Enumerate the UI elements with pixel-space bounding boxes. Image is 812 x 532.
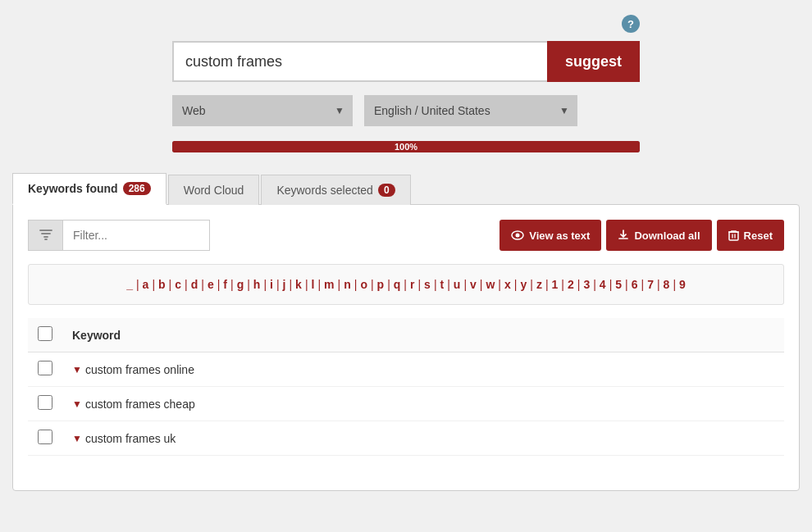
download-all-button[interactable]: Download all bbox=[606, 220, 711, 251]
web-dropdown[interactable]: Web bbox=[172, 95, 353, 126]
row-checkbox-cell bbox=[28, 387, 62, 421]
tab-selected-badge: 0 bbox=[378, 184, 395, 197]
search-row: suggest bbox=[172, 41, 640, 82]
alpha-d[interactable]: d bbox=[189, 276, 201, 293]
tab-wordcloud-label: Word Cloud bbox=[184, 184, 244, 197]
alpha-1[interactable]: 1 bbox=[550, 276, 561, 293]
progress-label: 100% bbox=[395, 142, 417, 152]
alpha-s[interactable]: s bbox=[422, 276, 433, 293]
filter-icon-button[interactable] bbox=[28, 220, 62, 251]
expand-arrow-2[interactable]: ▼ bbox=[72, 398, 82, 410]
row-keyword-cell-3: ▼ custom frames uk bbox=[62, 421, 784, 456]
tab-keywords-badge: 286 bbox=[123, 182, 151, 195]
reset-label: Reset bbox=[744, 230, 773, 242]
alpha-w[interactable]: w bbox=[483, 276, 497, 293]
alpha-h[interactable]: h bbox=[251, 276, 263, 293]
tab-selected-label: Keywords selected bbox=[276, 184, 373, 197]
keyword-text-1: custom frames online bbox=[85, 363, 194, 376]
suggest-button[interactable]: suggest bbox=[547, 41, 640, 82]
lang-dropdown-wrapper: English / United States English / United… bbox=[364, 95, 577, 126]
help-icon[interactable]: ? bbox=[622, 15, 640, 33]
alpha-a[interactable]: a bbox=[140, 276, 152, 293]
keywords-table: Keyword ▼ custom frames online bbox=[28, 318, 784, 456]
alpha-q[interactable]: q bbox=[391, 276, 404, 293]
alpha-underscore[interactable]: _ bbox=[124, 276, 135, 293]
alpha-5[interactable]: 5 bbox=[613, 276, 624, 293]
alpha-x[interactable]: x bbox=[502, 276, 513, 293]
keyword-text-3: custom frames uk bbox=[85, 432, 176, 445]
alpha-g[interactable]: g bbox=[235, 276, 247, 293]
svg-point-1 bbox=[516, 234, 520, 238]
alpha-f[interactable]: f bbox=[221, 276, 230, 293]
alpha-b[interactable]: b bbox=[156, 276, 168, 293]
web-dropdown-wrapper: Web ▼ bbox=[172, 95, 353, 126]
alpha-3[interactable]: 3 bbox=[581, 276, 592, 293]
alpha-z[interactable]: z bbox=[534, 276, 545, 293]
download-icon bbox=[618, 230, 629, 241]
alpha-y[interactable]: y bbox=[518, 276, 529, 293]
search-input[interactable] bbox=[172, 41, 547, 82]
row-keyword-cell-2: ▼ custom frames cheap bbox=[62, 387, 784, 421]
alpha-7[interactable]: 7 bbox=[645, 276, 656, 293]
alpha-n[interactable]: n bbox=[341, 276, 354, 293]
alpha-p[interactable]: p bbox=[375, 276, 387, 293]
alpha-e[interactable]: e bbox=[205, 276, 217, 293]
action-buttons: View as text Download all bbox=[500, 220, 784, 251]
reset-button[interactable]: Reset bbox=[717, 220, 784, 251]
expand-arrow-3[interactable]: ▼ bbox=[72, 433, 82, 444]
select-all-checkbox[interactable] bbox=[38, 326, 52, 341]
page-wrapper: ? suggest Web ▼ English / United States … bbox=[0, 0, 812, 532]
alpha-m[interactable]: m bbox=[322, 276, 336, 293]
filter-icon bbox=[39, 230, 52, 241]
alpha-t[interactable]: t bbox=[438, 276, 447, 293]
tab-wordcloud[interactable]: Word Cloud bbox=[168, 175, 260, 205]
alpha-k[interactable]: k bbox=[293, 276, 304, 293]
filter-input[interactable] bbox=[62, 220, 210, 251]
table-row: ▼ custom frames uk bbox=[28, 421, 784, 456]
table-row: ▼ custom frames online bbox=[28, 352, 784, 387]
full-width-section: Keywords found 286 Word Cloud Keywords s… bbox=[12, 172, 800, 491]
table-row: ▼ custom frames cheap bbox=[28, 387, 784, 421]
alpha-i[interactable]: i bbox=[267, 276, 276, 293]
alpha-c[interactable]: c bbox=[172, 276, 184, 293]
alpha-j[interactable]: j bbox=[281, 276, 289, 293]
dropdowns-row: Web ▼ English / United States English / … bbox=[172, 95, 640, 126]
tabs-row: Keywords found 286 Word Cloud Keywords s… bbox=[12, 172, 800, 204]
view-as-text-label: View as text bbox=[529, 230, 590, 242]
table-header-row: Keyword bbox=[28, 318, 784, 352]
alpha-u[interactable]: u bbox=[451, 276, 463, 293]
alpha-8[interactable]: 8 bbox=[661, 276, 673, 293]
alpha-v[interactable]: v bbox=[468, 276, 479, 293]
progress-bar-wrapper: 100% bbox=[172, 141, 640, 152]
row-checkbox-cell bbox=[28, 352, 62, 387]
tab-selected[interactable]: Keywords selected 0 bbox=[261, 175, 410, 205]
alpha-6[interactable]: 6 bbox=[629, 276, 641, 293]
table-header-keyword: Keyword bbox=[62, 318, 784, 352]
lang-dropdown[interactable]: English / United States English / United… bbox=[364, 95, 577, 126]
row-keyword-cell-1: ▼ custom frames online bbox=[62, 352, 784, 387]
keyword-text-2: custom frames cheap bbox=[85, 398, 195, 411]
row-checkbox-3[interactable] bbox=[38, 430, 52, 444]
alpha-l[interactable]: l bbox=[309, 276, 317, 293]
eye-icon bbox=[511, 230, 524, 240]
main-content: suggest Web ▼ English / United States En… bbox=[172, 16, 640, 152]
alphabet-bar: _| a| b| c| d| e| f| g| h| i| j| k| l| m… bbox=[28, 264, 784, 305]
svg-rect-2 bbox=[729, 232, 738, 240]
alpha-4[interactable]: 4 bbox=[597, 276, 609, 293]
row-checkbox-cell bbox=[28, 421, 62, 456]
toolbar-row: View as text Download all bbox=[28, 220, 784, 251]
filter-left bbox=[28, 220, 210, 251]
alpha-9[interactable]: 9 bbox=[677, 276, 688, 293]
row-checkbox-1[interactable] bbox=[38, 361, 52, 375]
download-all-label: Download all bbox=[634, 230, 700, 242]
trash-icon bbox=[728, 230, 739, 241]
main-panel: View as text Download all bbox=[12, 204, 800, 491]
row-checkbox-2[interactable] bbox=[38, 395, 52, 410]
alpha-o[interactable]: o bbox=[358, 276, 370, 293]
view-as-text-button[interactable]: View as text bbox=[500, 220, 601, 251]
expand-arrow-1[interactable]: ▼ bbox=[72, 364, 82, 375]
alpha-r[interactable]: r bbox=[408, 276, 417, 293]
tab-keywords[interactable]: Keywords found 286 bbox=[12, 173, 167, 205]
alpha-2[interactable]: 2 bbox=[565, 276, 577, 293]
tab-keywords-label: Keywords found bbox=[28, 182, 118, 195]
